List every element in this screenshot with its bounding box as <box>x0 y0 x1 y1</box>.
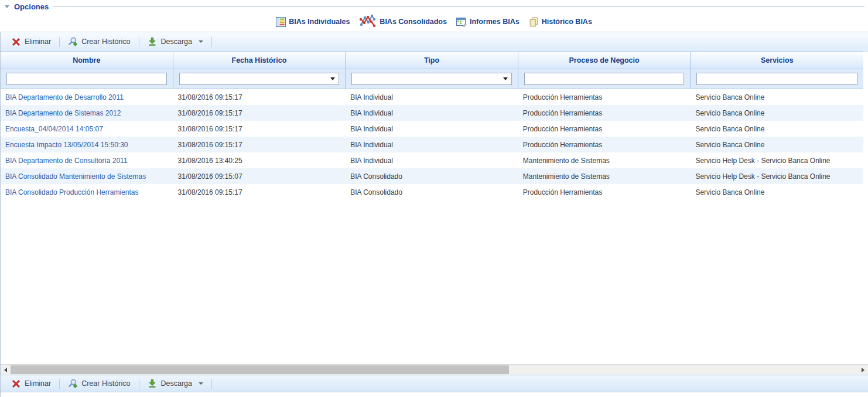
eliminar-button[interactable]: Eliminar <box>6 36 56 48</box>
table-row[interactable]: BIA Departamento de Sistemas 201231/08/2… <box>1 105 863 121</box>
nav-bias-consolidados[interactable]: BIAs Consolidados <box>359 14 447 29</box>
table-cell: 31/08/2016 13:40:25 <box>173 152 346 168</box>
row-name-link[interactable]: BIA Consolidado Producción Herramientas <box>1 184 173 200</box>
crear-historico-label: Crear Histórico <box>81 379 130 388</box>
eliminar-label: Eliminar <box>25 38 51 46</box>
toolbar-separator <box>139 379 139 389</box>
nav-bias-individuales[interactable]: BIAs Individuales <box>276 17 350 27</box>
eliminar-button-bottom[interactable]: Eliminar <box>6 378 56 390</box>
delete-icon <box>12 379 20 388</box>
select-caret-icon <box>503 77 508 80</box>
table-cell: Servicio Banca Online <box>691 121 863 137</box>
filter-cell <box>691 69 863 89</box>
grid-filter-row <box>1 69 863 89</box>
toolbar-separator <box>59 37 60 47</box>
table-cell: BIA Consolidado <box>346 184 518 200</box>
nav-informes-bias[interactable]: Informes BIAs <box>456 17 520 27</box>
table-cell: 31/08/2016 09:15:17 <box>173 89 346 105</box>
options-bar: Opciones <box>0 0 868 12</box>
nombre-filter-input[interactable] <box>6 73 167 85</box>
table-cell: Servicio Banca Online <box>691 89 863 105</box>
descarga-button[interactable]: Descarga <box>142 35 209 48</box>
servicios-filter-input[interactable] <box>696 73 857 85</box>
table-cell: BIA Individual <box>346 121 518 137</box>
row-name-link[interactable]: BIA Departamento de Consultoría 2011 <box>1 152 173 168</box>
table-cell: BIA Individual <box>346 105 518 121</box>
top-toolbar: Eliminar Crear Histórico <box>1 32 868 52</box>
delete-icon <box>12 38 20 46</box>
column-header-fecha-historico[interactable]: Fecha Histórico <box>173 52 346 69</box>
table-row[interactable]: BIA Consolidado Producción Herramientas3… <box>1 184 863 200</box>
nav-label: BIAs Consolidados <box>380 18 447 26</box>
create-historic-icon <box>68 379 77 388</box>
table-cell: Servicio Banca Online <box>691 105 863 121</box>
table-row[interactable]: BIA Departamento de Desarrollo 201131/08… <box>1 89 863 105</box>
descarga-label: Descarga <box>161 38 193 46</box>
proceso-de-negocio-filter-input[interactable] <box>524 73 685 85</box>
toolbar-separator <box>59 379 60 389</box>
table-cell: Mantenimiento de Sistemas <box>518 152 691 168</box>
table-cell: 31/08/2016 09:15:07 <box>173 168 346 184</box>
nav-label: Histórico BIAs <box>542 18 592 26</box>
horizontal-scrollbar[interactable] <box>1 364 868 375</box>
table-cell: BIA Individual <box>346 89 518 105</box>
table-row[interactable]: BIA Departamento de Consultoría 201131/0… <box>1 152 863 168</box>
row-name-link[interactable]: BIA Consolidado Mantenimiento de Sistema… <box>1 168 173 184</box>
scrollbar-thumb[interactable] <box>11 365 509 374</box>
grid-header-row: Nombre Fecha Histórico Tipo Proceso de N… <box>1 52 863 69</box>
row-name-link[interactable]: Encuesta_04/04/2014 14:05:07 <box>1 121 173 137</box>
column-header-servicios[interactable]: Servicios <box>691 52 863 69</box>
create-historic-icon <box>68 37 77 46</box>
descarga-label: Descarga <box>161 379 193 388</box>
grid-body: BIA Departamento de Desarrollo 201131/08… <box>1 89 863 200</box>
descarga-button-bottom[interactable]: Descarga <box>142 377 209 390</box>
collapse-arrow-icon[interactable] <box>5 5 9 8</box>
grid: Nombre Fecha Histórico Tipo Proceso de N… <box>1 52 863 200</box>
select-caret-icon <box>330 77 335 80</box>
table-cell: BIA Individual <box>346 152 518 168</box>
column-header-nombre[interactable]: Nombre <box>1 52 173 69</box>
table-row[interactable]: Encuesta Impacto 13/05/2014 15:50:3031/0… <box>1 137 863 152</box>
row-name-link[interactable]: Encuesta Impacto 13/05/2014 15:50:30 <box>1 137 173 152</box>
column-header-tipo[interactable]: Tipo <box>346 52 518 69</box>
options-panel-title: Opciones <box>14 2 49 11</box>
scroll-right-button[interactable] <box>858 365 868 375</box>
nav-label: BIAs Individuales <box>289 18 350 26</box>
grid-empty-area <box>1 200 868 364</box>
scroll-right-arrow-icon <box>862 368 864 372</box>
tipo-filter-select[interactable] <box>351 73 512 85</box>
table-cell: Producción Herramientas <box>518 105 691 121</box>
table-cell: Servicio Banca Online <box>691 184 863 200</box>
download-icon <box>148 379 157 388</box>
nav-historico-bias[interactable]: Histórico BIAs <box>529 17 592 27</box>
views-nav: BIAs Individuales BIAs Consolidados <box>0 12 868 32</box>
table-row[interactable]: BIA Consolidado Mantenimiento de Sistema… <box>1 168 863 184</box>
download-icon <box>148 37 157 46</box>
descarga-menu-caret-icon <box>199 382 203 385</box>
toolbar-separator <box>211 37 212 47</box>
descarga-menu-caret-icon <box>199 40 203 43</box>
column-header-proceso-de-negocio[interactable]: Proceso de Negocio <box>518 52 691 69</box>
app-window: Opciones BIAs Individuales <box>0 0 868 397</box>
toolbar-separator <box>211 379 212 389</box>
bias-consolidados-icon <box>359 14 377 29</box>
filter-cell <box>1 69 173 89</box>
historico-bias-icon <box>529 17 539 27</box>
table-row[interactable]: Encuesta_04/04/2014 14:05:0731/08/2016 0… <box>1 121 863 137</box>
table-cell: Producción Herramientas <box>518 89 691 105</box>
table-cell: Servicio Help Desk - Servicio Banca Onli… <box>691 152 863 168</box>
row-name-link[interactable]: BIA Departamento de Desarrollo 2011 <box>1 89 173 105</box>
table-cell: 31/08/2016 09:15:17 <box>173 121 346 137</box>
nav-label: Informes BIAs <box>470 18 520 26</box>
options-divider-line <box>53 6 864 7</box>
table-cell: 31/08/2016 09:15:17 <box>173 137 346 152</box>
scroll-left-button[interactable] <box>1 365 11 375</box>
table-cell: Producción Herramientas <box>518 137 691 152</box>
crear-historico-button-bottom[interactable]: Crear Histórico <box>63 377 135 390</box>
table-cell: Mantenimiento de Sistemas <box>518 168 691 184</box>
crear-historico-button[interactable]: Crear Histórico <box>63 35 135 48</box>
bottom-gap <box>1 392 868 397</box>
fecha-historico-filter-select[interactable] <box>179 73 340 85</box>
row-name-link[interactable]: BIA Departamento de Sistemas 2012 <box>1 105 173 121</box>
informes-bias-icon <box>456 17 467 27</box>
